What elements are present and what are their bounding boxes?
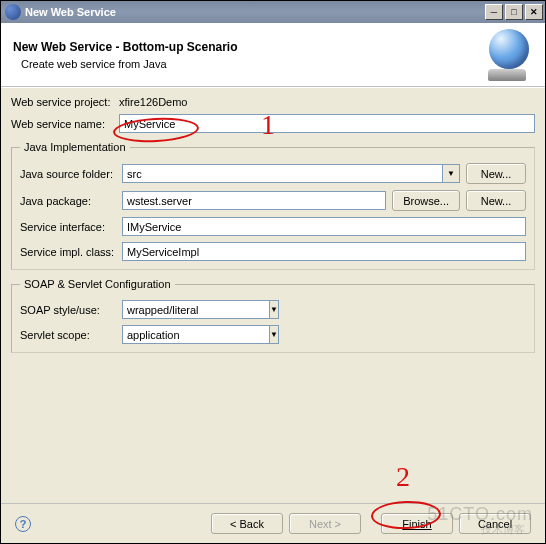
minimize-button[interactable]: ─	[485, 4, 503, 20]
servlet-scope-label: Servlet scope:	[20, 329, 116, 341]
maximize-button[interactable]: □	[505, 4, 523, 20]
service-impl-label: Service impl. class:	[20, 246, 116, 258]
soap-style-combo[interactable]	[122, 300, 270, 319]
service-name-input[interactable]	[119, 114, 535, 133]
globe-icon	[489, 29, 529, 69]
source-folder-combo[interactable]	[122, 164, 443, 183]
service-interface-label: Service interface:	[20, 221, 116, 233]
servlet-scope-combo[interactable]	[122, 325, 270, 344]
help-icon[interactable]: ?	[15, 516, 31, 532]
wizard-body: Web service project: xfire126Demo Web se…	[1, 87, 545, 505]
source-folder-dropdown-icon[interactable]: ▼	[443, 164, 460, 183]
app-icon	[5, 4, 21, 20]
source-folder-label: Java source folder:	[20, 168, 116, 180]
finish-button[interactable]: Finish	[381, 513, 453, 534]
page-title: New Web Service - Bottom-up Scenario	[13, 40, 481, 54]
java-package-input[interactable]	[122, 191, 386, 210]
title-bar: New Web Service ─ □ ✕	[1, 1, 545, 23]
service-name-label: Web service name:	[11, 118, 119, 130]
soap-servlet-group: SOAP & Servlet Configuration SOAP style/…	[11, 278, 535, 353]
java-implementation-group: Java Implementation Java source folder: …	[11, 141, 535, 270]
back-button[interactable]: < Back	[211, 513, 283, 534]
servlet-scope-dropdown-icon[interactable]: ▼	[270, 325, 279, 344]
wizard-image	[481, 29, 533, 81]
window-title: New Web Service	[25, 6, 485, 18]
service-impl-input[interactable]	[122, 242, 526, 261]
cancel-button[interactable]: Cancel	[459, 513, 531, 534]
service-interface-input[interactable]	[122, 217, 526, 236]
soap-style-label: SOAP style/use:	[20, 304, 116, 316]
wizard-header: New Web Service - Bottom-up Scenario Cre…	[1, 23, 545, 87]
soap-legend: SOAP & Servlet Configuration	[20, 278, 175, 290]
close-button[interactable]: ✕	[525, 4, 543, 20]
project-value: xfire126Demo	[119, 96, 187, 108]
next-button: Next >	[289, 513, 361, 534]
java-impl-legend: Java Implementation	[20, 141, 130, 153]
project-label: Web service project:	[11, 96, 119, 108]
source-folder-new-button[interactable]: New...	[466, 163, 526, 184]
wizard-footer: ? < Back Next > Finish Cancel	[1, 503, 545, 543]
java-package-new-button[interactable]: New...	[466, 190, 526, 211]
java-package-browse-button[interactable]: Browse...	[392, 190, 460, 211]
page-subtitle: Create web service from Java	[21, 58, 481, 70]
java-package-label: Java package:	[20, 195, 116, 207]
soap-style-dropdown-icon[interactable]: ▼	[270, 300, 279, 319]
